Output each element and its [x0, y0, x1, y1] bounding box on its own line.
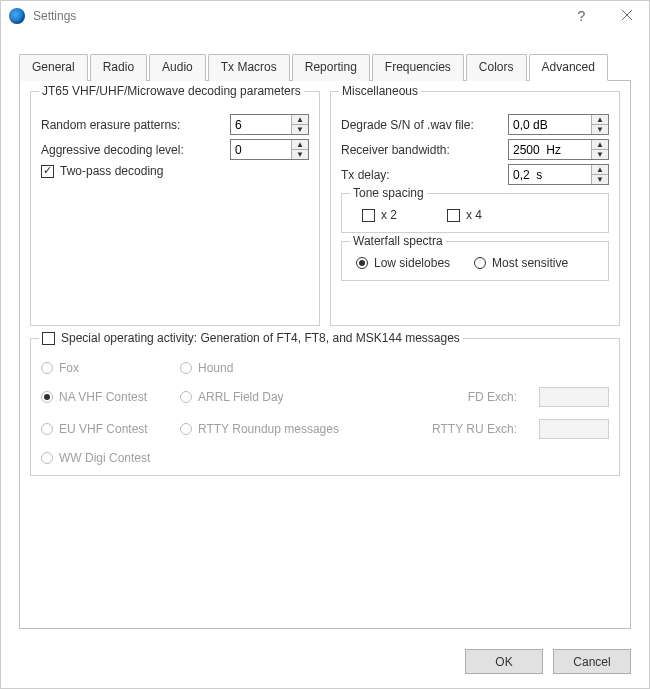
- tab-bar: General Radio Audio Tx Macros Reporting …: [19, 53, 631, 81]
- radio-icon: [180, 423, 192, 435]
- aggressive-input[interactable]: [231, 140, 291, 159]
- radio-ww-digi[interactable]: WW Digi Contest: [41, 451, 166, 465]
- aggressive-up[interactable]: ▲: [292, 140, 308, 150]
- radio-arrl-fd[interactable]: ARRL Field Day: [180, 390, 350, 404]
- checkbox-icon: [447, 209, 460, 222]
- tab-frequencies[interactable]: Frequencies: [372, 54, 464, 81]
- degrade-spin[interactable]: ▲ ▼: [508, 114, 609, 135]
- erasure-up[interactable]: ▲: [292, 115, 308, 125]
- app-icon: [9, 8, 25, 24]
- group-tone-spacing: Tone spacing x 2 x 4: [341, 193, 609, 233]
- radio-na-vhf[interactable]: NA VHF Contest: [41, 390, 166, 404]
- jt65-legend: JT65 VHF/UHF/Microwave decoding paramete…: [39, 84, 304, 98]
- waterfall-sensitive-label: Most sensitive: [492, 256, 568, 270]
- tab-advanced[interactable]: Advanced: [529, 54, 608, 81]
- bandwidth-down[interactable]: ▼: [592, 150, 608, 159]
- radio-fox[interactable]: Fox: [41, 361, 166, 375]
- tab-radio[interactable]: Radio: [90, 54, 147, 81]
- tab-general[interactable]: General: [19, 54, 88, 81]
- x2-checkbox[interactable]: x 2: [362, 208, 397, 222]
- erasure-down[interactable]: ▼: [292, 125, 308, 134]
- special-enable-checkbox[interactable]: Special operating activity: Generation o…: [42, 331, 460, 345]
- radio-fox-label: Fox: [59, 361, 79, 375]
- help-icon: ?: [578, 8, 586, 24]
- radio-na-vhf-label: NA VHF Contest: [59, 390, 147, 404]
- erasure-spin[interactable]: ▲ ▼: [230, 114, 309, 135]
- radio-icon: [356, 257, 368, 269]
- special-enable-label: Special operating activity: Generation o…: [61, 331, 460, 345]
- group-jt65: JT65 VHF/UHF/Microwave decoding paramete…: [30, 91, 320, 326]
- two-pass-checkbox[interactable]: Two-pass decoding: [41, 164, 163, 178]
- bandwidth-spin[interactable]: ▲ ▼: [508, 139, 609, 160]
- waterfall-low-label: Low sidelobes: [374, 256, 450, 270]
- special-legend-container: Special operating activity: Generation o…: [39, 331, 463, 345]
- bandwidth-input[interactable]: [509, 140, 591, 159]
- checkbox-icon: [362, 209, 375, 222]
- txdelay-spin[interactable]: ▲ ▼: [508, 164, 609, 185]
- x4-checkbox[interactable]: x 4: [447, 208, 482, 222]
- degrade-up[interactable]: ▲: [592, 115, 608, 125]
- bandwidth-up[interactable]: ▲: [592, 140, 608, 150]
- radio-arrl-fd-label: ARRL Field Day: [198, 390, 284, 404]
- checkbox-icon: [41, 165, 54, 178]
- group-special: Special operating activity: Generation o…: [30, 338, 620, 476]
- rtty-exch-label: RTTY RU Exch:: [364, 422, 517, 436]
- radio-hound[interactable]: Hound: [180, 361, 305, 375]
- x2-label: x 2: [381, 208, 397, 222]
- two-pass-label: Two-pass decoding: [60, 164, 163, 178]
- txdelay-up[interactable]: ▲: [592, 165, 608, 175]
- help-button[interactable]: ?: [559, 1, 604, 31]
- content-area: General Radio Audio Tx Macros Reporting …: [1, 31, 649, 639]
- radio-icon: [474, 257, 486, 269]
- erasure-input[interactable]: [231, 115, 291, 134]
- radio-rtty-label: RTTY Roundup messages: [198, 422, 339, 436]
- radio-hound-label: Hound: [198, 361, 233, 375]
- cancel-button[interactable]: Cancel: [553, 649, 631, 674]
- window-title: Settings: [33, 9, 76, 23]
- radio-icon: [41, 452, 53, 464]
- radio-eu-vhf[interactable]: EU VHF Contest: [41, 422, 166, 436]
- waterfall-legend: Waterfall spectra: [350, 234, 446, 248]
- advanced-panel: JT65 VHF/UHF/Microwave decoding paramete…: [19, 81, 631, 629]
- aggressive-down[interactable]: ▼: [292, 150, 308, 159]
- ok-button[interactable]: OK: [465, 649, 543, 674]
- radio-icon: [41, 423, 53, 435]
- radio-rtty[interactable]: RTTY Roundup messages: [180, 422, 350, 436]
- degrade-input[interactable]: [509, 115, 591, 134]
- dialog-button-bar: OK Cancel: [1, 639, 649, 688]
- radio-icon: [41, 391, 53, 403]
- radio-ww-digi-label: WW Digi Contest: [59, 451, 150, 465]
- degrade-down[interactable]: ▼: [592, 125, 608, 134]
- radio-icon: [180, 362, 192, 374]
- settings-window: Settings ? General Radio Audio Tx Macros…: [0, 0, 650, 689]
- txdelay-label: Tx delay:: [341, 168, 508, 182]
- degrade-label: Degrade S/N of .wav file:: [341, 118, 508, 132]
- tab-audio[interactable]: Audio: [149, 54, 206, 81]
- txdelay-down[interactable]: ▼: [592, 175, 608, 184]
- tab-colors[interactable]: Colors: [466, 54, 527, 81]
- waterfall-sensitive-radio[interactable]: Most sensitive: [474, 256, 568, 270]
- aggressive-spin[interactable]: ▲ ▼: [230, 139, 309, 160]
- misc-legend: Miscellaneous: [339, 84, 421, 98]
- waterfall-low-radio[interactable]: Low sidelobes: [356, 256, 450, 270]
- radio-icon: [180, 391, 192, 403]
- group-misc: Miscellaneous Degrade S/N of .wav file: …: [330, 91, 620, 326]
- close-icon: [622, 9, 632, 23]
- tone-legend: Tone spacing: [350, 186, 427, 200]
- close-button[interactable]: [604, 1, 649, 31]
- radio-eu-vhf-label: EU VHF Contest: [59, 422, 148, 436]
- aggressive-label: Aggressive decoding level:: [41, 143, 230, 157]
- rtty-exch-input[interactable]: [539, 419, 609, 439]
- tab-tx-macros[interactable]: Tx Macros: [208, 54, 290, 81]
- fd-exch-label: FD Exch:: [364, 390, 517, 404]
- fd-exch-input[interactable]: [539, 387, 609, 407]
- tab-reporting[interactable]: Reporting: [292, 54, 370, 81]
- erasure-label: Random erasure patterns:: [41, 118, 230, 132]
- txdelay-input[interactable]: [509, 165, 591, 184]
- group-waterfall: Waterfall spectra Low sidelobes Most sen…: [341, 241, 609, 281]
- x4-label: x 4: [466, 208, 482, 222]
- title-bar: Settings ?: [1, 1, 649, 31]
- radio-icon: [41, 362, 53, 374]
- bandwidth-label: Receiver bandwidth:: [341, 143, 508, 157]
- checkbox-icon: [42, 332, 55, 345]
